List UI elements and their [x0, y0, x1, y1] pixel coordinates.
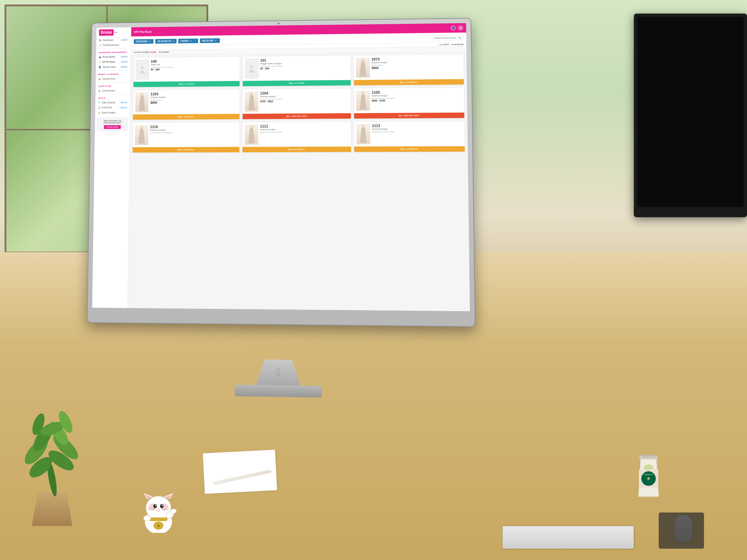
item-card-1103[interactable]: 1103 Essense Designs RETAIL PRICE $900 S…	[133, 89, 240, 120]
item-designer: Essense Designs	[372, 94, 462, 97]
svg-point-6	[362, 125, 365, 128]
sidebar-item-data-cleanup[interactable]: 🔧 Data Cleanup beta trial	[95, 100, 130, 105]
item-action-button[interactable]: SELL AT RETAIL	[354, 146, 465, 152]
item-action-button[interactable]: SELL AT COST	[133, 81, 239, 87]
item-card-1110[interactable]: 1110 Essense Designs SUGGESTED PRICE RAN…	[132, 122, 240, 153]
item-number: 1113	[372, 124, 462, 128]
item-action-button[interactable]: SELL BELOW COST	[243, 113, 351, 119]
sidebar-item-off-the-rack[interactable]: 🏷 Off-The-Rack beta trial	[96, 59, 131, 65]
sidebar: 🏠 Dashboard beta trial 📈 Profit Accelera…	[92, 37, 131, 308]
cashflow-section-label: CASH FLOW	[96, 83, 130, 88]
monitor-screen: Bridal LIVE Off-The-Rack 👤 ⚙	[92, 23, 470, 311]
settings-icon[interactable]: ⚙	[458, 25, 463, 30]
item-designer: Essense Designs	[150, 96, 237, 98]
svg-rect-34	[149, 517, 168, 521]
svg-point-45	[644, 464, 653, 470]
advisory-box: NEED ADVISORY OR ACCOUNTING HELP? LEARN …	[97, 118, 128, 131]
right-monitor	[634, 14, 747, 217]
item-card-101[interactable]: ⊘ NO IMAGE 101 Maggie Sottero Designs SU…	[242, 55, 351, 86]
lucky-cat: 福	[140, 492, 177, 533]
camera-dot	[278, 23, 279, 24]
svg-point-5	[250, 125, 253, 128]
svg-point-25	[153, 504, 157, 508]
logo-badge: Bridal	[99, 29, 113, 36]
svg-point-26	[160, 504, 164, 508]
svg-text:★: ★	[646, 476, 651, 481]
svg-point-27	[155, 505, 156, 506]
page-title: Off-The-Rack	[134, 26, 449, 33]
sidebar-item-sample-sales[interactable]: 👤 Sample Sales beta trial	[96, 64, 131, 70]
sidebar-item-profit-coming-soon: 🔒 Coming Soon	[96, 76, 131, 81]
designer-filter[interactable]: DESIGNER ▼	[134, 39, 153, 44]
items-grid: ⊘ NO IMAGE 100 Stella York SUGGESTED PRI…	[128, 51, 470, 311]
tools-section-label: TOOLS	[95, 95, 130, 100]
sidebar-item-profit-accelerator[interactable]: 📈 Profit Accelerator	[96, 42, 131, 48]
user-icon[interactable]: 👤	[450, 25, 456, 31]
svg-text:STARBUCKS: STARBUCKS	[644, 474, 653, 475]
svg-text:福: 福	[157, 525, 160, 527]
item-action-button[interactable]: SELL AT RETAIL	[133, 147, 239, 153]
content-area: DESIGNER ▼ SILHOUETTE ▼ FABRIC ▼	[128, 33, 470, 311]
neckline-filter[interactable]: NECKLINE ▼	[200, 38, 220, 43]
manage-button[interactable]: ⚙ MANAGE	[452, 43, 464, 46]
item-card-1111[interactable]: 1111 Essense Designs SUGGESTED PRICE RAN…	[242, 122, 351, 153]
svg-point-1	[140, 93, 144, 96]
svg-point-4	[140, 126, 143, 129]
item-action-button[interactable]: SELL BELOW COST	[354, 112, 464, 118]
svg-rect-44	[642, 455, 655, 457]
item-card-1073[interactable]: 1073 Essense Designs RETAIL PRICE $900 S…	[354, 54, 464, 85]
svg-point-29	[157, 508, 160, 510]
svg-point-2	[250, 92, 253, 95]
sidebar-item-dashboard[interactable]: 🏠 Dashboard beta trial	[96, 37, 131, 43]
learn-more-button[interactable]: LEARN MORE	[104, 125, 121, 129]
svg-point-28	[162, 505, 163, 506]
monitor-base	[235, 385, 322, 398]
keyboard	[503, 526, 634, 549]
item-action-button[interactable]: SELL AT COST	[243, 80, 351, 86]
item-card-1105[interactable]: 1105 Essense Designs SUGGESTED PRICE RAN…	[354, 87, 464, 119]
sidebar-item-profit-first[interactable]: 📊 Profit First beta trial	[95, 105, 130, 110]
app-ui: Bridal LIVE Off-The-Rack 👤 ⚙	[92, 23, 470, 311]
profit-section-label: PROFIT & GROWTH	[96, 71, 131, 77]
starbucks-cup: ★ STARBUCKS	[636, 451, 661, 499]
gear-icon: ⚙	[452, 44, 454, 46]
item-card-100[interactable]: ⊘ NO IMAGE 100 Stella York SUGGESTED PRI…	[133, 56, 240, 87]
silhouette-filter[interactable]: SILHOUETTE ▼	[155, 39, 177, 44]
item-action-button[interactable]: SELL AT RETAIL	[133, 114, 239, 120]
item-number: 1110	[150, 125, 237, 129]
mouse-pad	[659, 512, 704, 549]
search-input[interactable]	[434, 37, 457, 39]
search-box[interactable]: 🔍	[432, 35, 463, 41]
plant	[18, 413, 86, 526]
sidebar-item-cashflow-coming-soon: 🔒 Coming Soon	[96, 88, 130, 94]
item-number: 1111	[260, 124, 349, 129]
item-designer: Essense Designs	[150, 129, 237, 131]
stats-button[interactable]: 📊 STATS	[439, 44, 449, 46]
sidebar-item-quick-insights[interactable]: 💡 Quick Insights	[95, 110, 130, 115]
apple-logo-icon: 	[276, 366, 280, 378]
svg-point-3	[361, 91, 364, 95]
item-designer: Essense Designs	[372, 128, 462, 130]
item-action-button[interactable]: SELL AT RETAIL	[242, 146, 351, 152]
svg-point-0	[361, 58, 364, 61]
chart-icon: 📊	[439, 44, 441, 46]
fabric-filter[interactable]: FABRIC ▼	[178, 38, 198, 43]
sidebar-item-bridal-market[interactable]: 👗 Bridal Market beta trial	[96, 54, 131, 59]
item-card-1113[interactable]: 1113 Essense Designs SUGGESTED PRICE RAN…	[354, 121, 465, 152]
item-designer: Essense Designs	[260, 95, 349, 98]
inventory-section-label: INVENTORY MANAGEMENT	[96, 49, 131, 55]
item-designer: Essense Designs	[260, 128, 349, 131]
monitor: Bridal LIVE Off-The-Rack 👤 ⚙	[86, 18, 476, 362]
search-icon: 🔍	[458, 36, 461, 39]
item-card-1104[interactable]: 1104 Essense Designs SUGGESTED PRICE RAN…	[242, 88, 351, 119]
svg-point-37	[144, 515, 151, 521]
item-action-button[interactable]: SELL AT RETAIL	[354, 79, 464, 85]
